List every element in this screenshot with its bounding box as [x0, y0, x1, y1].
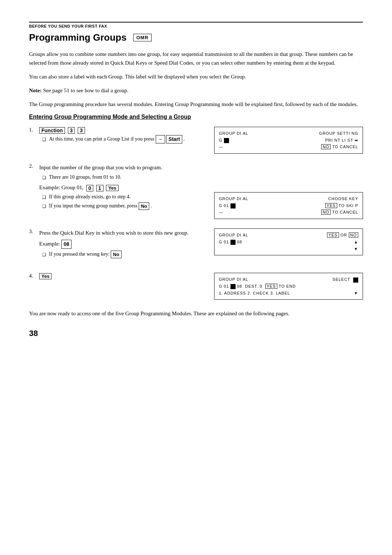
- note-text: See page 51 to see how to dial a group.: [43, 88, 128, 93]
- lcd-screen-3: GROUP DI AL YES OR NO G 01 08 ▲ ▼: [214, 228, 363, 255]
- lcd2-row3: — NO TO CANCEL: [219, 209, 358, 216]
- yes-key: Yes: [106, 185, 118, 191]
- step1-lcd: GROUP DI AL GROUP SETTI NG G PRI NT LI S…: [214, 127, 363, 157]
- lcd2-yes-btn: YES: [325, 203, 337, 208]
- lcd4-row2: G 01 08 DEST. 0 YES TO END: [219, 283, 358, 290]
- step3-left: 3. Press the Quick Dial Key in which you…: [29, 228, 203, 266]
- lcd-screen-1: GROUP DI AL GROUP SETTI NG G PRI NT LI S…: [214, 127, 363, 154]
- lcd2-dash: —: [219, 209, 223, 216]
- step2-block: 2. Input the number of the group that yo…: [29, 163, 203, 210]
- paragraph-3: The Group programming procedure has seve…: [29, 100, 363, 109]
- lcd4-sq: [353, 278, 358, 283]
- step4-left: 4. Yes: [29, 273, 203, 303]
- lcd2-left: GROUP DI AL: [219, 195, 248, 202]
- step1-row: 1. Function 3 3 ❑ At this time, you can …: [29, 127, 363, 157]
- step2-lcd: GROUP DI AL CHOOSE KEY G 01 YES TO SKI P…: [214, 163, 363, 222]
- section-header: BEFORE YOU SEND YOUR FIRST FAX: [29, 24, 363, 28]
- step2-bullet1: ❑ There are 10 groups, from 01 to 10.: [42, 173, 203, 181]
- lcd2-no-cancel: NO TO CANCEL: [321, 209, 358, 216]
- lcd3-row2: G 01 08 ▲: [219, 239, 358, 246]
- step2-left: 2. Input the number of the group that yo…: [29, 163, 203, 222]
- lcd-screen-2: GROUP DI AL CHOOSE KEY G 01 YES TO SKI P…: [214, 192, 363, 219]
- bullet-sym-5: ❑: [42, 251, 46, 259]
- lcd-screen-4: GROUP DI AL SELECT G 01 08 DEST. 0 YES T…: [214, 273, 363, 300]
- key-0: 0: [86, 185, 94, 191]
- lcd2-row2: G 01 YES TO SKI P: [219, 202, 358, 209]
- step2-bullet3: ❑ If you input the wrong group number, p…: [42, 202, 203, 210]
- top-rule: [29, 22, 363, 23]
- lcd4-sq2: [230, 284, 236, 289]
- step2-content: Input the number of the group that you w…: [39, 163, 203, 210]
- lcd3-down: ▼: [354, 246, 358, 252]
- lcd1-g: G: [219, 137, 229, 144]
- step3-lcd: GROUP DI AL YES OR NO G 01 08 ▲ ▼: [214, 228, 363, 266]
- lcd4-row3: 1. ADDRESS 2. CHECK 3. LABEL ▼: [219, 290, 358, 297]
- lcd1-label-left: GROUP DI AL: [219, 130, 248, 137]
- function-key: Function: [39, 127, 65, 134]
- lcd3-up: ▲: [354, 239, 358, 246]
- step3-bullet-text: If you pressed the wrong key: No: [49, 250, 122, 259]
- step4-row: 4. Yes GROUP DI AL SELECT G 01 08 DEST. …: [29, 273, 363, 303]
- bullet-sym-3: ❑: [42, 194, 46, 200]
- start-key: Start: [166, 135, 182, 143]
- step1-block: 1. Function 3 3 ❑ At this time, you can …: [29, 127, 203, 143]
- bullet-sym-4: ❑: [42, 203, 46, 210]
- note-paragraph: Note: See page 51 to see how to dial a g…: [29, 86, 363, 95]
- no-key-2: No: [111, 251, 121, 259]
- paragraph-1: Groups allow you to combine some numbers…: [29, 50, 363, 67]
- arrow-key: →: [156, 135, 165, 143]
- step2-bullet1-text: There are 10 groups, from 01 to 10.: [49, 173, 121, 181]
- lcd4-right: SELECT: [332, 276, 358, 283]
- lcd1-no-btn: NO: [321, 144, 331, 149]
- lcd3-right: YES OR NO: [327, 232, 358, 239]
- step3-example2: Example: 08: [39, 239, 203, 249]
- step2-number: 2.: [29, 163, 39, 210]
- lcd1-row1: GROUP DI AL GROUP SETTI NG: [219, 130, 358, 137]
- step1-left: 1. Function 3 3 ❑ At this time, you can …: [29, 127, 203, 157]
- step1-number: 1.: [29, 127, 39, 143]
- lcd3-no-btn: NO: [349, 232, 359, 238]
- step1-bullet-text: At this time, you can print a Group List…: [49, 135, 185, 143]
- subsection-title: Entering Group Programming Mode and Sele…: [29, 114, 363, 120]
- step2-bullet3-text: If you input the wrong group number, pre…: [49, 202, 152, 210]
- lcd3-sq: [230, 240, 236, 245]
- bullet-sym-2: ❑: [42, 174, 46, 181]
- step2-num-row: 2. Input the number of the group that yo…: [29, 163, 203, 210]
- step4-lcd: GROUP DI AL SELECT G 01 08 DEST. 0 YES T…: [214, 273, 363, 303]
- lcd4-down-arrow: ▼: [354, 290, 358, 297]
- step3-bullet: ❑ If you pressed the wrong key: No: [42, 250, 203, 259]
- lcd3-row1: GROUP DI AL YES OR NO: [219, 232, 358, 239]
- step1-content: Function 3 3 ❑ At this time, you can pri…: [39, 127, 203, 143]
- note-bold: Note:: [29, 88, 42, 93]
- step3-row: 3. Press the Quick Dial Key in which you…: [29, 228, 363, 266]
- step3-content: Press the Quick Dial Key in which you wi…: [39, 228, 203, 258]
- lcd3-row3: ▼: [219, 246, 358, 252]
- lcd2-right: CHOOSE KEY: [328, 195, 358, 202]
- step2-bullet2-text: If this group already exists, go to step…: [49, 193, 131, 200]
- key-1: 1: [96, 185, 103, 191]
- step3-block: 3. Press the Quick Dial Key in which you…: [29, 228, 203, 258]
- step4-yes-key: Yes: [39, 273, 52, 279]
- step1-num-row: 1. Function 3 3 ❑ At this time, you can …: [29, 127, 203, 143]
- lcd1-no-cancel: NO TO CANCEL: [321, 143, 358, 150]
- page-title-row: Programming Groups OMR: [29, 32, 363, 43]
- step2-example: Example: Group 01, 0 1 Yes: [39, 185, 119, 190]
- step2-lcd-spacer: [214, 163, 363, 192]
- lcd4-yes-btn: YES: [265, 284, 277, 289]
- step3-text: Press the Quick Dial Key in which you wi…: [39, 228, 203, 237]
- lcd3-left: GROUP DI AL: [219, 232, 248, 239]
- lcd1-print: PRI NT LI ST ➡: [325, 137, 358, 144]
- step1-bullet: ❑ At this time, you can print a Group Li…: [42, 135, 203, 143]
- lcd2-no-btn: NO: [321, 210, 331, 215]
- lcd1-label-right: GROUP SETTI NG: [319, 130, 358, 137]
- step4-block: 4. Yes: [29, 273, 203, 279]
- key-3b: 3: [78, 127, 85, 134]
- footer-paragraph: You are now ready to access one of the f…: [29, 309, 363, 318]
- omr-box: OMR: [133, 34, 152, 41]
- lcd2-row1: GROUP DI AL CHOOSE KEY: [219, 195, 358, 202]
- step2-example-row: Example: Group 01, 0 1 Yes: [39, 185, 203, 191]
- step2-bullet2: ❑ If this group already exists, go to st…: [42, 193, 203, 200]
- bullet-sym-1: ❑: [42, 136, 46, 143]
- step4-num-row: 4. Yes: [29, 273, 203, 279]
- step2-row: 2. Input the number of the group that yo…: [29, 163, 363, 222]
